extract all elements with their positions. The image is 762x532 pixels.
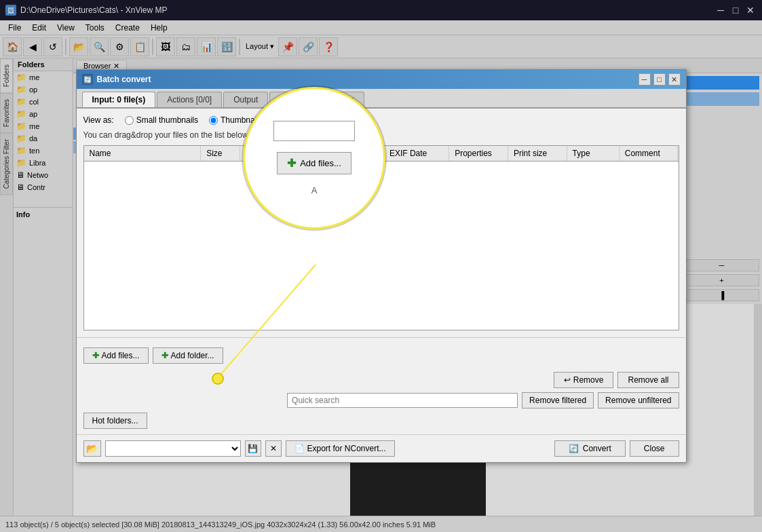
batch-convert-modal: 🔄 Batch convert ─ □ ✕ Input: 0 file(s) A… (76, 69, 687, 463)
remove-row: ↩ Remove Remove all (83, 372, 679, 388)
quick-search-input[interactable] (287, 393, 518, 408)
tab-input-label: Input: 0 file(s) (92, 95, 146, 104)
radio-thumb-input[interactable] (209, 116, 218, 125)
add-folder-label: Add folder... (171, 351, 214, 360)
tab-output[interactable]: Output (223, 92, 268, 107)
main-window: 🖼 D:\OneDrive\Pictures\Cats\ - XnView MP… (0, 0, 762, 532)
radio-big-thumbnails[interactable]: Big thumbnails (273, 115, 339, 125)
radio-list-input[interactable] (349, 116, 358, 125)
convert-icon: 🔄 (569, 444, 579, 453)
hot-folders-button[interactable]: Hot folders... (83, 413, 147, 429)
clear-icon: ✕ (270, 444, 277, 453)
col-modified[interactable]: Modified date (240, 146, 312, 161)
add-files-button[interactable]: ✚ Add files... (83, 347, 149, 364)
path-clear-button[interactable]: ✕ (265, 440, 282, 457)
remove-label: ↩ Remove (564, 375, 603, 385)
tab-actions[interactable]: Actions [0/0] (157, 92, 222, 107)
convert-button[interactable]: 🔄 Convert (554, 440, 626, 457)
hot-folders-label: Hot folders... (92, 416, 138, 425)
view-as-label: View as: (83, 115, 114, 125)
remove-button[interactable]: ↩ Remove (554, 372, 613, 388)
col-size[interactable]: Size (201, 146, 240, 161)
modal-controls: ─ □ ✕ (639, 73, 681, 86)
remove-all-button[interactable]: Remove all (617, 372, 679, 388)
col-name[interactable]: Name (84, 146, 202, 161)
output-path-dropdown[interactable] (105, 440, 241, 457)
modal-title: Batch convert (97, 75, 151, 84)
modal-title-icon: 🔄 (82, 74, 93, 85)
modal-minimize-button[interactable]: ─ (639, 73, 651, 86)
modal-maximize-button[interactable]: □ (653, 73, 666, 86)
radio-list[interactable]: List (349, 115, 374, 125)
radio-small-thumbnails[interactable]: Small thumbnails (125, 115, 198, 125)
path-save-button[interactable]: 💾 (245, 440, 261, 457)
add-folder-button[interactable]: ✚ Add folder... (153, 347, 223, 364)
radio-list-label: List (361, 115, 374, 125)
drag-hint: You can drag&drop your files on the list… (83, 130, 679, 140)
col-type[interactable]: Type (567, 146, 620, 161)
modal-tabs: Input: 0 file(s) Actions [0/0] Output St… (77, 89, 686, 109)
zoom-pointer-dot (212, 373, 224, 385)
view-as-row: View as: Small thumbnails Thumbnails Big… (83, 115, 679, 125)
remove-unfiltered-label: Remove unfiltered (605, 396, 671, 405)
tab-actions-label: Actions [0/0] (167, 95, 212, 104)
tab-output-label: Output (233, 95, 258, 104)
save-icon: 💾 (248, 444, 258, 453)
col-comment[interactable]: Comment (620, 146, 679, 161)
search-row: Remove filtered Remove unfiltered (83, 392, 679, 408)
close-label: Close (644, 444, 665, 453)
tab-status-label: Status (280, 95, 303, 104)
tab-input[interactable]: Input: 0 file(s) (82, 92, 156, 107)
modal-close-button[interactable]: ✕ (668, 73, 681, 86)
tab-settings[interactable]: Settings (314, 92, 364, 107)
col-exif[interactable]: EXIF Date (384, 146, 449, 161)
remove-filtered-button[interactable]: Remove filtered (522, 392, 594, 408)
modal-title-left: 🔄 Batch convert (82, 74, 151, 85)
col-print[interactable]: Print size (508, 146, 567, 161)
action-row: ✚ Add files... ✚ Add folder... (83, 343, 679, 368)
export-icon: 📄 (294, 444, 305, 453)
export-nconvert-button[interactable]: 📄 Export for NConvert... (286, 440, 395, 457)
add-files-plus-icon: ✚ (92, 351, 99, 360)
modal-bottom-bar: ✚ Add files... ✚ Add folder... ↩ Remove (77, 337, 686, 434)
hot-folders-row: Hot folders... (83, 413, 679, 429)
add-folder-plus-icon: ✚ (161, 351, 168, 360)
col-created[interactable]: Created date (312, 146, 384, 161)
modal-content: View as: Small thumbnails Thumbnails Big… (77, 109, 686, 337)
folder-open-icon: 📂 (86, 443, 98, 454)
file-table-header: Name Size Modified date Created date EXI… (84, 146, 679, 162)
tab-settings-label: Settings (324, 95, 354, 104)
convert-bar: 📂 💾 ✕ 📄 Export for NConvert... 🔄 Co (77, 434, 686, 462)
export-label: Export for NConvert... (307, 444, 386, 453)
radio-small-label: Small thumbnails (136, 115, 198, 125)
modal-overlay: 🔄 Batch convert ─ □ ✕ Input: 0 file(s) A… (0, 0, 762, 532)
file-table-container: Name Size Modified date Created date EXI… (83, 145, 679, 330)
radio-thumb-label: Thumbnails (221, 115, 263, 125)
remove-filtered-label: Remove filtered (529, 396, 586, 405)
radio-big-input[interactable] (273, 116, 282, 125)
modal-title-bar: 🔄 Batch convert ─ □ ✕ (77, 70, 686, 89)
col-props[interactable]: Properties (449, 146, 508, 161)
radio-small-input[interactable] (125, 116, 134, 125)
convert-label: Convert (583, 444, 611, 453)
radio-big-label: Big thumbnails (285, 115, 339, 125)
output-folder-button[interactable]: 📂 (83, 440, 101, 457)
remove-unfiltered-button[interactable]: Remove unfiltered (598, 392, 679, 408)
radio-thumbnails[interactable]: Thumbnails (209, 115, 263, 125)
file-table-body (84, 162, 679, 297)
tab-status[interactable]: Status (269, 92, 313, 107)
add-files-label: Add files... (102, 351, 140, 360)
modal-close-bottom-button[interactable]: Close (630, 440, 679, 457)
remove-all-label: Remove all (628, 375, 668, 385)
